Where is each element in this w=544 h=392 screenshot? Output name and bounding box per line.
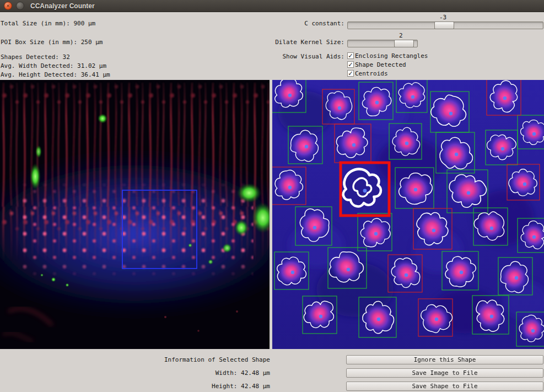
stat-shapes-detected: Shapes Detected: 32 [1,53,70,61]
width-label: Width: [216,369,238,377]
stat-label: Avg. Width Detected: [1,62,73,69]
c-constant-label: C constant: [304,20,344,27]
height-value: 42.48 µm [241,383,270,390]
pink-dot-layer [22,182,254,278]
checkbox-enclosing-rectangles[interactable]: ✓ Enclosing Rectangles [347,52,428,60]
stat-value: 250 µm [81,39,103,46]
stat-total-size: Total Size (in mm): 900 µm [1,20,95,27]
c-constant-slider-handle[interactable] [434,22,454,29]
checkbox-label: Centroids [355,70,388,77]
dilate-kernel-slider[interactable] [347,40,418,47]
dilate-kernel-label: Dilate Kernel Size: [275,39,344,46]
microscopy-image-panel[interactable] [0,80,270,349]
checkbox-checked-icon[interactable]: ✓ [347,52,354,59]
selected-shape-width: Width: 42.48 µm [0,369,270,377]
titlebar: ✕ CCAnalyzer Counter [0,0,544,12]
stat-avg-height: Avg. Height Detected: 36.41 µm [1,71,110,78]
checkbox-shape-detected[interactable]: ✓ Shape Detected [347,61,406,68]
detection-view-image [272,80,544,349]
checkbox-label: Shape Detected [355,61,406,68]
close-icon: ✕ [7,3,9,8]
stat-value: 32 [63,53,70,61]
c-constant-value: -3 [439,14,446,21]
dilate-kernel-slider-handle[interactable] [394,40,414,47]
checkbox-checked-icon[interactable]: ✓ [347,61,354,68]
stat-value: 900 µm [73,20,95,27]
c-constant-slider[interactable] [347,22,543,29]
ignore-shape-button[interactable]: Ignore this Shape [346,355,543,364]
window-title: CCAnalyzer Counter [30,2,95,10]
detection-view-panel[interactable] [272,80,544,349]
minimize-button[interactable] [16,2,24,10]
height-label: Height: [212,383,237,390]
width-value: 42.48 µm [241,369,270,377]
checkbox-label: Enclosing Rectangles [355,52,428,60]
selected-shape-heading: Information of Selected Shape [0,356,270,363]
microscopy-image [0,80,270,349]
stat-label: POI Box Size (in mm): [1,39,77,46]
selected-shape-outline [343,169,381,207]
stat-value: 31.02 µm [77,62,106,69]
save-shape-button[interactable]: Save Shape to File [346,382,543,391]
checkbox-checked-icon[interactable]: ✓ [347,70,354,77]
dilate-kernel-value: 2 [399,32,403,39]
stat-label: Avg. Height Detected: [1,71,77,78]
stat-label: Total Size (in mm): [1,20,70,27]
stat-value: 36.41 µm [81,71,110,78]
close-button[interactable]: ✕ [4,2,12,10]
stat-avg-width: Avg. Width Detected: 31.02 µm [1,62,106,69]
stat-poi-box-size: POI Box Size (in mm): 250 µm [1,39,103,46]
selected-shape-height: Height: 42.48 µm [0,383,270,390]
stat-label: Shapes Detected: [1,53,59,61]
checkbox-centroids[interactable]: ✓ Centroids [347,69,388,77]
save-image-button[interactable]: Save Image to File [346,368,543,378]
show-visual-aids-label: Show Visual Aids: [282,53,344,60]
